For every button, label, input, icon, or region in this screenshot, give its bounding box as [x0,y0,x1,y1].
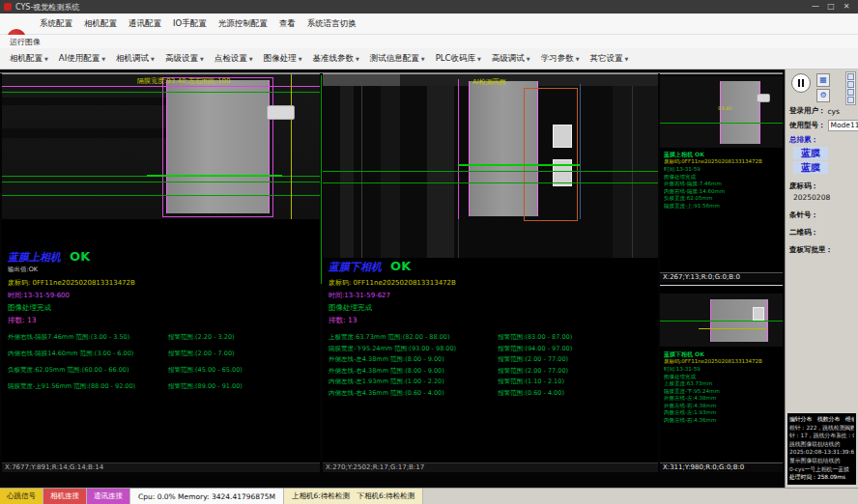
history-panel-lower[interactable]: 蓝膜下相机 OK 废标码:0FF11ne2025020813313472B 时间… [660,285,783,472]
toolbar-button-label: 点检设置 [214,53,247,65]
measurement-range: 内侧右线-隔膜14.60mm 范围:(3.00 - 6.00) [8,350,168,358]
ai-roi-outline [524,88,578,221]
toolbar-button[interactable]: 相机调试 ▼ [112,51,158,67]
result-barcode: 废标码: 0FF11ne2025020813313472B [8,278,135,288]
toolbar-button[interactable]: 高级设置 ▼ [161,51,208,67]
result-camera-name: 蓝膜下相机 [329,261,382,273]
history-line: 外侧右线-隔膜:7.46mm [664,181,781,188]
camera-image-lower[interactable]: AI检测画面 [323,74,658,258]
toolbar-button-label: 测试信息配置 [370,53,419,65]
dock-button[interactable] [847,81,854,88]
pixel-readout-thumb2: X:311;Y:980;R:0;G:0;B:0 [660,462,783,472]
toolbar-button[interactable]: PLC收码库 ▼ [432,51,485,67]
measurement-row: 内侧右线-隔膜14.60mm 范围:(3.00 - 6.00) 报警范围:(2.… [8,350,316,358]
electrode-block [720,81,760,144]
result-status: OK [390,259,411,273]
edge-marker-line [291,74,292,219]
measure-line [2,195,320,196]
user-label: 登录用户： [789,106,826,116]
app-icon [4,3,12,11]
menu-item[interactable]: IO手配置 [168,16,212,32]
edge-marker-line [699,328,766,329]
measurement-alarm: 报警范围:(2.00 - 77.00) [498,367,654,376]
machine-column [427,86,454,258]
toolbar-button[interactable]: 其它设置 ▼ [586,51,633,67]
machine-column [381,86,400,258]
history-line: 图像处理完成 [664,174,781,182]
statistics-panel: 编针分布 线数分布 维修分布根针：222，跳线检测阀数：针：17，跳线分布系统：… [787,413,856,485]
pause-button[interactable] [791,73,811,93]
tab-row: 运行图像 [0,35,858,48]
model-select[interactable]: Mode11 [828,120,858,131]
maximize-button[interactable]: □ [823,0,839,14]
menu-item[interactable]: 通讯配置 [124,16,166,32]
panel-divider-line [321,75,322,284]
measurement-list: 上极宽度:63.73mm 范围:(82.00 - 88.00) 报警范围:(83… [329,333,654,400]
machine-column [613,86,658,258]
toolbar-button[interactable]: 高级调试 ▼ [488,51,534,67]
measurement-alarm: 报警范围:(89.00 - 91.00) [168,382,316,391]
chevron-down-icon: ▼ [576,56,580,62]
history-line: 内侧左线-左:1.93mm [664,409,781,417]
toolbar-button[interactable]: 点检设置 ▼ [211,51,257,67]
chevron-down-icon: ▼ [477,56,481,62]
measure-line [660,123,783,124]
toolbar-button[interactable]: 相机配置 ▼ [6,51,52,67]
result-block-upper: 蓝膜上相机 OK 输出值:OK 废标码: 0FF11ne202502081331… [8,246,135,325]
chevron-down-icon: ▼ [421,56,425,62]
history-image-upper: 93.40 [660,76,783,148]
user-value: cys [828,107,840,116]
toolbar-button[interactable]: 测试信息配置 ▼ [366,51,429,67]
pixel-readout-upper: X:7677;Y:891;R:14;G:14;B:14 [2,462,320,472]
chevron-down-icon: ▼ [101,56,105,62]
toolbar: 相机配置 ▼ AI使用配置 ▼ 相机调试 ▼ 高级设置 ▼ 点检设置 ▼ 图像处… [0,48,858,70]
tab-run-image[interactable]: 运行图像 [10,37,41,47]
measure-line-bright [458,164,580,166]
chevron-down-icon: ▼ [151,56,155,62]
camera-panel-upper: 隔膜宽度:93.40;左右间距:100 蓝膜上相机 OK 输出值:OK 废标码:… [2,73,320,472]
menu-item[interactable]: 查看 [274,16,300,32]
snapshot-button[interactable]: ▦ [816,73,830,87]
cpu-memory-readout: Cpu: 0.0% Memory: 3424.41796875M [130,489,284,504]
measurement-row: 隔膜宽度-下95.24mm 范围:(93.00 - 98.00) 报警范围:(9… [329,345,654,353]
pause-icon [798,79,800,87]
pixel-readout-lower: X:270;Y:2502;R:17;G:17;B:17 [323,462,658,472]
dock-button[interactable] [847,97,854,103]
machine-shadow [2,98,166,105]
dock-button[interactable] [847,89,854,96]
menu-item[interactable]: 相机配置 [79,16,122,32]
toolbar-button-label: 相机调试 [116,53,149,65]
comm-link-status-badge: 通讯连接 [87,489,130,504]
dock-button[interactable] [847,73,854,80]
measurement-range: 外侧右线-隔膜7.46mm 范围:(3.00 - 3.50) [8,333,168,342]
heartbeat-status-badge: 心跳信号 [0,489,43,504]
settings-button[interactable]: ⚙ [816,89,830,102]
code-field: 废标码： [789,182,855,191]
edge-marker-line [580,84,581,219]
menu-item[interactable]: 光源控制配置 [214,16,272,32]
toolbar-button[interactable]: 图像处理 ▼ [260,51,306,67]
menu-item[interactable]: 系统语言切换 [302,16,361,32]
toolbar-button[interactable]: 学习参数 ▼ [537,51,584,67]
history-panel-upper[interactable]: 93.40 蓝膜上相机 OK 废标码:0FF11ne20250208133134… [660,73,783,282]
bright-feature [553,125,572,148]
measurement-alarm: 报警范围:(83.00 - 87.00) [498,333,654,342]
camera-image-upper[interactable]: 隔膜宽度:93.40;左右间距:100 [2,74,320,219]
menu-item[interactable]: 系统配置 [35,16,77,32]
measurement-row: 外侧左线-左4.38mm 范围:(8.00 - 9.00) 报警范围:(2.00… [329,355,654,364]
result-time: 时间:13-31-59-627 [329,291,456,300]
measurement-range: 内侧左线-左1.93mm 范围:(1.00 - 2.20) [329,378,498,386]
history-line: 时间:13-31-59 [664,366,781,374]
tab-connector [757,94,770,102]
toolbar-button-label: 高级调试 [492,53,525,65]
measurement-row: 内侧左线-右4.36mm 范围:(0.60 - 4.00) 报警范围:(0.60… [329,389,654,398]
camera-mode-readout: 上相机6:待检检测 下相机6:待检检测 [284,489,423,504]
chevron-down-icon: ▼ [200,56,204,62]
toolbar-button[interactable]: 基准线参数 ▼ [308,51,362,67]
minimize-button[interactable]: — [808,0,823,14]
reference-line [2,92,320,93]
toolbar-button[interactable]: AI使用配置 ▼ [55,51,109,67]
statistics-line: 根针：222，跳线检测阀数： [789,424,854,433]
machine-column [340,86,354,258]
close-button[interactable]: ✕ [839,0,854,14]
